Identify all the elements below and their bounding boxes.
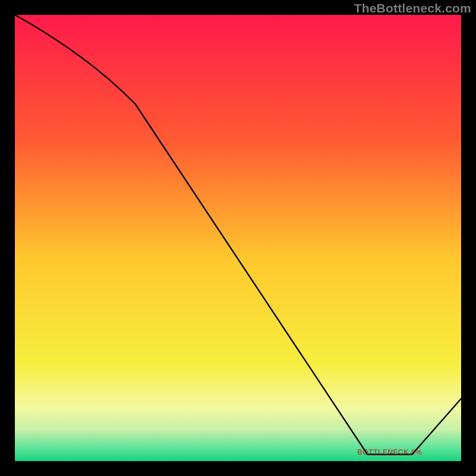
chart-svg (15, 15, 461, 461)
plot-background (15, 15, 461, 461)
chart-container: TheBottleneck.com BOTTLENECK 0% (0, 0, 476, 476)
plot-frame: BOTTLENECK 0% (15, 15, 461, 461)
watermark-label: TheBottleneck.com (354, 1, 471, 15)
